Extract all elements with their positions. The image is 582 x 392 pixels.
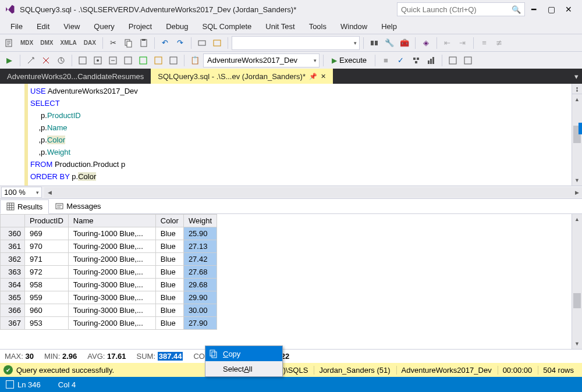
intellisense-button[interactable]: [121, 54, 135, 67]
maximize-button[interactable]: ▢: [542, 2, 560, 16]
row-number[interactable]: 362: [1, 253, 25, 266]
cell[interactable]: 30.00: [183, 304, 217, 317]
rownum-header[interactable]: [1, 215, 25, 227]
paste-button[interactable]: [137, 36, 151, 50]
indent-left-button[interactable]: ⇤: [441, 36, 455, 50]
tab-sqlquery3[interactable]: SQLQuery3.sql - .\S...ev (Jordan_Sanders…: [151, 69, 333, 84]
cell[interactable]: Touring-2000 Blue,...: [68, 253, 155, 266]
menu-project[interactable]: Project: [122, 20, 159, 33]
cell[interactable]: 960: [25, 304, 69, 317]
cell[interactable]: Touring-3000 Blue,...: [68, 304, 155, 317]
query-options-button[interactable]: [106, 54, 120, 67]
dmx-button[interactable]: DMX: [37, 36, 56, 50]
cell[interactable]: Blue: [155, 266, 183, 279]
split-icon[interactable]: ↕: [572, 84, 582, 94]
new-query-button[interactable]: [2, 36, 16, 50]
menu-window[interactable]: Window: [333, 20, 374, 33]
database-dropdown[interactable]: AdventureWorks2017_Dev: [203, 54, 320, 67]
menu-file[interactable]: File: [3, 20, 30, 33]
cell[interactable]: Touring-3000 Blue,...: [68, 291, 155, 304]
col-weight[interactable]: Weight: [183, 215, 217, 227]
row-number[interactable]: 363: [1, 266, 25, 279]
close-button[interactable]: ✕: [560, 2, 577, 16]
tool-button-2[interactable]: [210, 36, 224, 50]
minimize-button[interactable]: ━: [525, 2, 542, 16]
cell[interactable]: Touring-2000 Blue,...: [68, 240, 155, 253]
table-row[interactable]: 365959Touring-3000 Blue,...Blue29.90: [1, 291, 217, 304]
estimated-plan-button[interactable]: [91, 54, 105, 67]
uncomment-button[interactable]: ≢: [492, 36, 506, 50]
cell[interactable]: 972: [25, 266, 69, 279]
sum-value[interactable]: 387.44: [158, 352, 183, 361]
wrench-icon[interactable]: 🔧: [382, 36, 396, 50]
cell[interactable]: 25.90: [183, 227, 217, 240]
connect-button[interactable]: [24, 54, 38, 67]
scroll-down-icon[interactable]: ▼: [572, 175, 582, 186]
menu-query[interactable]: Query: [87, 20, 121, 33]
cell[interactable]: Blue: [155, 227, 183, 240]
cell[interactable]: 971: [25, 253, 69, 266]
scroll-thumb[interactable]: [573, 293, 581, 308]
close-icon[interactable]: ✕: [321, 73, 326, 80]
menu-unittest[interactable]: Unit Test: [258, 20, 301, 33]
redo-button[interactable]: ↷: [173, 36, 187, 50]
scroll-up-icon[interactable]: ▲: [572, 94, 582, 105]
row-number[interactable]: 365: [1, 291, 25, 304]
cell[interactable]: Touring-3000 Blue,...: [68, 279, 155, 291]
query-stats-button[interactable]: [424, 54, 438, 67]
editor-vscrollbar[interactable]: ↕ ▲ ▼: [572, 84, 582, 186]
editor-content[interactable]: USE AdventureWorks2017_Dev SELECT p.Prod…: [28, 84, 572, 186]
scroll-up-icon[interactable]: ▲: [572, 214, 582, 224]
include-plan-button[interactable]: [136, 54, 150, 67]
cell[interactable]: 970: [25, 240, 69, 253]
table-row[interactable]: 364958Touring-3000 Blue,...Blue29.68: [1, 279, 217, 291]
tool-button-3[interactable]: [367, 36, 381, 50]
menu-sqlcomplete[interactable]: SQL Complete: [196, 20, 259, 33]
mdx-button[interactable]: MDX: [17, 36, 36, 50]
table-row[interactable]: 361970Touring-2000 Blue,...Blue27.13: [1, 240, 217, 253]
menu-tools[interactable]: Tools: [302, 20, 333, 33]
comment-button[interactable]: ≡: [477, 36, 491, 50]
row-number[interactable]: 366: [1, 304, 25, 317]
cell[interactable]: Touring-2000 Blue,...: [68, 266, 155, 279]
row-number[interactable]: 360: [1, 227, 25, 240]
menu-help[interactable]: Help: [374, 20, 404, 33]
cell[interactable]: Blue: [155, 253, 183, 266]
tab-candidateresumes[interactable]: AdventureWorks20...CandidateResumes: [0, 69, 151, 84]
menu-debug[interactable]: Debug: [159, 20, 195, 33]
row-number[interactable]: 364: [1, 279, 25, 291]
execute-button[interactable]: ▶ Execute: [327, 54, 371, 67]
zoom-dropdown[interactable]: 100 %: [1, 187, 42, 198]
window-layout-icon[interactable]: [6, 380, 14, 389]
cell[interactable]: 29.90: [183, 291, 217, 304]
col-name[interactable]: Name: [68, 215, 155, 227]
cell[interactable]: 27.90: [183, 317, 217, 330]
table-row[interactable]: 363972Touring-2000 Blue,...Blue27.68: [1, 266, 217, 279]
cut-button[interactable]: ✂: [107, 36, 120, 50]
indent-right-button[interactable]: ⇥: [456, 36, 470, 50]
context-copy[interactable]: Copy: [205, 346, 282, 361]
toolbox-icon[interactable]: 🧰: [398, 36, 411, 50]
parse-check-button[interactable]: ✓: [394, 54, 408, 67]
menu-edit[interactable]: Edit: [30, 20, 56, 33]
grid-vscrollbar[interactable]: ▲ ▼: [572, 214, 582, 349]
copy-button[interactable]: [122, 36, 136, 50]
context-select-all[interactable]: Select All: [205, 361, 282, 376]
cell[interactable]: 959: [25, 291, 69, 304]
table-row[interactable]: 367953Touring-2000 Blue,...Blue27.90: [1, 317, 217, 330]
display-plan-button[interactable]: [409, 54, 423, 67]
scroll-down-icon[interactable]: ▼: [572, 338, 582, 349]
xmla-button[interactable]: XMLA: [57, 36, 79, 50]
cell[interactable]: Touring-2000 Blue,...: [68, 317, 155, 330]
table-row[interactable]: 360969Touring-1000 Blue,...Blue25.90: [1, 227, 217, 240]
parse-button[interactable]: [76, 54, 90, 67]
disconnect-button[interactable]: [39, 54, 53, 67]
cell[interactable]: 29.68: [183, 279, 217, 291]
cell[interactable]: 958: [25, 279, 69, 291]
cell[interactable]: 969: [25, 227, 69, 240]
cell[interactable]: 27.13: [183, 240, 217, 253]
cell[interactable]: 27.68: [183, 266, 217, 279]
cell[interactable]: Blue: [155, 291, 183, 304]
cancel-query-button[interactable]: ■: [379, 54, 393, 67]
tool-button-1[interactable]: [195, 36, 209, 50]
